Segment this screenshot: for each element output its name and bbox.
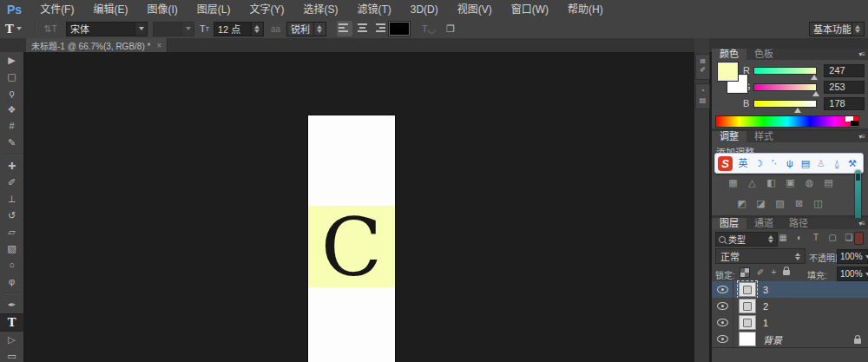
lock-all-icon[interactable] (783, 270, 790, 275)
layer-row-1[interactable]: 1 (712, 314, 868, 332)
panel-menu-icon[interactable] (858, 49, 865, 60)
collapsed-panel-group-1[interactable]: ≣✐ (695, 54, 710, 80)
move-tool[interactable]: ▶ (0, 52, 23, 69)
foreground-color-swatch[interactable] (718, 63, 738, 81)
menu-item-1[interactable]: 编辑(E) (83, 3, 137, 16)
eraser-tool[interactable]: ▱ (0, 224, 23, 240)
layer-thumbnail[interactable] (739, 299, 756, 313)
tab-styles[interactable]: 样式 (746, 131, 781, 142)
adjustment-icon-0-3[interactable]: ▣ (785, 177, 796, 188)
menu-item-3[interactable]: 图层(L) (187, 3, 240, 16)
visibility-cell[interactable] (712, 281, 733, 298)
type-tool-preset[interactable]: T (5, 19, 22, 38)
quick-selection-tool[interactable]: ❖ (0, 102, 23, 118)
collapsed-panel-group-2[interactable]: ◔▤ (695, 83, 710, 109)
tab-layers[interactable]: 图层 (712, 218, 746, 229)
filter-pixel-layers-icon[interactable]: ▦ (778, 232, 788, 244)
punctuation-icon[interactable]: ’· (766, 155, 782, 172)
blend-mode-select[interactable]: 正常 (715, 248, 806, 264)
clone-stamp-tool[interactable]: ⊥ (0, 191, 23, 207)
skin-icon[interactable]: ⍙ (829, 155, 845, 172)
adjustment-icon-0-5[interactable]: ▤ (823, 177, 834, 188)
canvas-highlight[interactable]: C (308, 206, 395, 287)
spectrum-black-swatch[interactable] (851, 121, 858, 126)
warp-text-button[interactable]: T◡ (422, 19, 436, 38)
slider-value-G[interactable]: 253 (824, 81, 865, 94)
menu-item-6[interactable]: 滤镜(T) (347, 3, 400, 16)
sogou-logo-icon[interactable]: S (718, 156, 733, 171)
menu-item-4[interactable]: 文字(Y) (240, 3, 293, 16)
lasso-tool[interactable]: ϙ (0, 85, 23, 102)
font-size-select[interactable]: 12 点 (214, 19, 264, 38)
lock-position-icon[interactable]: + (771, 267, 776, 278)
slider-thumb-R[interactable] (811, 75, 818, 80)
layer-thumbnail[interactable] (739, 282, 756, 297)
healing-brush-tool[interactable]: ✚ (0, 158, 23, 174)
font-style-select[interactable] (153, 19, 194, 38)
gradient-tool[interactable]: ▧ (0, 240, 23, 257)
layer-row-背景[interactable]: 背景 (712, 331, 868, 348)
tab-paths[interactable]: 路径 (781, 218, 816, 229)
tab-channels[interactable]: 通道 (746, 218, 781, 229)
text-color-swatch[interactable] (389, 19, 410, 38)
panel-menu-icon[interactable] (858, 131, 865, 142)
toggle-panels-button[interactable]: ❐ (446, 19, 455, 38)
workspace-select[interactable]: 基本功能 (809, 19, 865, 38)
rectangle-tool[interactable]: ▭ (0, 348, 23, 362)
menu-item-2[interactable]: 图像(I) (137, 3, 187, 16)
slider-thumb-B[interactable] (794, 108, 801, 113)
marquee-tool[interactable]: ▢ (0, 69, 23, 85)
layer-filter-toggle[interactable] (854, 232, 864, 245)
person-icon[interactable]: ♙ (813, 155, 829, 172)
microphone-icon[interactable]: ψ (782, 155, 798, 172)
filter-adjustment-layers-icon[interactable]: ◐ (794, 232, 805, 244)
filter-smart-objects-icon[interactable]: ❏ (844, 232, 854, 244)
moon-icon[interactable]: ☽ (751, 155, 766, 172)
menu-item-0[interactable]: 文件(F) (30, 3, 83, 16)
adjustment-icon-0-0[interactable]: ▦ (727, 177, 739, 188)
panel-menu-icon[interactable] (858, 218, 865, 229)
type-tool[interactable]: T (0, 313, 23, 332)
eye-icon[interactable] (717, 302, 728, 310)
opacity-value[interactable]: 100% (837, 249, 868, 264)
keyboard-icon[interactable]: ▤ (798, 155, 813, 172)
align-left-button[interactable] (337, 21, 352, 36)
filter-type-layers-icon[interactable]: T (811, 232, 821, 244)
filter-shape-layers-icon[interactable]: ▢ (827, 232, 838, 244)
menu-item-5[interactable]: 选择(S) (293, 3, 347, 16)
slider-track-G[interactable] (753, 83, 817, 91)
eye-icon[interactable] (717, 335, 728, 343)
adjustment-icon-0-2[interactable]: ◧ (766, 177, 777, 188)
close-icon[interactable]: × (156, 41, 161, 50)
adjustment-icon-1-4[interactable]: ◫ (812, 198, 824, 209)
color-spectrum-ramp[interactable] (715, 115, 859, 128)
menu-item-10[interactable]: 帮助(H) (558, 3, 613, 16)
text-orientation-button[interactable]: ⇅T (43, 19, 57, 38)
wrench-icon[interactable]: ⚒ (845, 155, 860, 172)
layer-filter-select[interactable]: 类型 (715, 232, 778, 247)
layer-thumbnail[interactable] (739, 332, 756, 346)
menu-item-7[interactable]: 3D(D) (401, 3, 448, 16)
pen-tool[interactable]: ✒ (0, 297, 23, 313)
visibility-cell[interactable] (712, 314, 733, 331)
tab-swatches[interactable]: 色板 (746, 49, 781, 60)
layer-thumbnail[interactable] (739, 315, 756, 330)
lock-pixels-icon[interactable]: ✐ (757, 267, 764, 278)
eyedropper-tool[interactable]: ✎ (0, 135, 23, 151)
slider-track-B[interactable] (753, 100, 817, 108)
slider-value-R[interactable]: 247 (824, 64, 865, 77)
english-mode-icon[interactable]: 英 (735, 155, 751, 172)
blur-tool[interactable]: ○ (0, 257, 23, 273)
adjustment-icon-1-0[interactable]: ◩ (736, 198, 747, 209)
adjustment-icon-0-1[interactable]: △ (746, 177, 758, 188)
slider-track-R[interactable] (753, 67, 817, 75)
dodge-tool[interactable]: φ (0, 273, 23, 290)
path-selection-tool[interactable]: ▷ (0, 332, 23, 348)
visibility-cell[interactable] (712, 331, 733, 347)
layer-row-2[interactable]: 2 (712, 298, 868, 315)
anti-alias-select[interactable]: 锐利 (286, 19, 326, 38)
layer-row-3[interactable]: 3 (712, 281, 868, 299)
fill-value[interactable]: 100% (837, 267, 868, 281)
visibility-cell[interactable] (712, 298, 733, 314)
slider-thumb-G[interactable] (812, 91, 819, 96)
